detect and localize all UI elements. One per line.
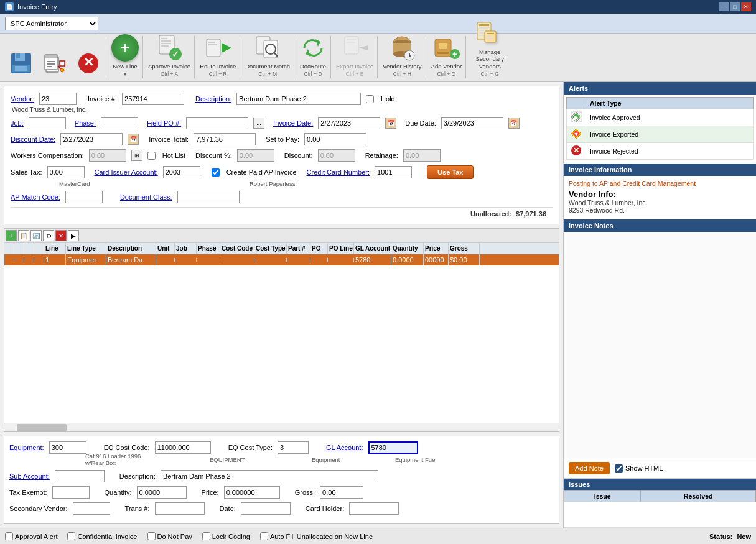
approve-invoice-button[interactable]: ✓ Approve Invoice Ctrl + A bbox=[146, 36, 193, 78]
discount-date-calendar[interactable]: 📅 bbox=[128, 134, 139, 145]
due-date-calendar[interactable]: 📅 bbox=[508, 118, 520, 129]
description-label[interactable]: Description: bbox=[195, 95, 231, 103]
job-label[interactable]: Job: bbox=[11, 119, 24, 127]
save-icon bbox=[10, 52, 32, 75]
do-not-pay-checkbox[interactable] bbox=[147, 532, 156, 540]
user-dropdown[interactable]: SPC Administrator bbox=[5, 17, 98, 30]
svg-rect-17 bbox=[161, 38, 167, 39]
job-input[interactable] bbox=[29, 117, 66, 129]
invoice-notes-textarea[interactable] bbox=[564, 232, 756, 458]
discount-date-label[interactable]: Discount Date: bbox=[11, 136, 55, 143]
workers-comp-btn[interactable]: ⊞ bbox=[131, 150, 142, 161]
ap-match-label[interactable]: AP Match Code: bbox=[11, 193, 60, 201]
quantity-input[interactable] bbox=[137, 486, 187, 499]
auto-fill-checkbox[interactable] bbox=[260, 532, 268, 540]
grid-delete-btn[interactable]: ✕ bbox=[55, 230, 67, 241]
vendor-label[interactable]: Vendor: bbox=[11, 95, 34, 103]
ap-match-input[interactable] bbox=[65, 191, 103, 203]
docroute-button[interactable]: DocRoute Ctrl + D bbox=[297, 36, 329, 78]
maximize-button[interactable]: □ bbox=[730, 2, 740, 11]
grid-copy-btn[interactable]: 📋 bbox=[18, 230, 29, 241]
field-po-input[interactable] bbox=[186, 117, 248, 129]
invoice-date-calendar[interactable]: 📅 bbox=[385, 118, 396, 129]
save-button[interactable] bbox=[5, 36, 37, 78]
gl-account-input[interactable] bbox=[368, 441, 418, 454]
date-input[interactable] bbox=[241, 502, 291, 515]
issues-empty-row bbox=[564, 502, 756, 528]
field-po-browse[interactable]: ... bbox=[253, 118, 264, 129]
vendor-history-button[interactable]: Vendor History Ctrl + H bbox=[380, 36, 424, 78]
sub-account-input[interactable] bbox=[55, 470, 105, 482]
close-button[interactable]: ✕ bbox=[741, 2, 751, 11]
grid-add-btn[interactable]: + bbox=[6, 230, 17, 241]
document-match-button[interactable]: Document Match Ctrl + M bbox=[243, 36, 292, 78]
svg-rect-19 bbox=[161, 43, 171, 44]
card-holder-input[interactable] bbox=[349, 502, 399, 515]
discount-date-input[interactable] bbox=[60, 133, 123, 145]
credit-card-label[interactable]: Credit Card Number: bbox=[307, 168, 370, 176]
eq-cost-type-input[interactable] bbox=[278, 441, 309, 454]
hold-checkbox[interactable] bbox=[366, 95, 374, 103]
due-date-input[interactable] bbox=[441, 117, 503, 129]
lock-coding-checkbox[interactable] bbox=[202, 532, 210, 540]
doc-class-input[interactable] bbox=[177, 191, 240, 203]
card-issuer-label[interactable]: Card Issuer Account: bbox=[95, 168, 158, 176]
create-paid-ap-checkbox[interactable] bbox=[212, 168, 220, 177]
card-issuer-input[interactable] bbox=[163, 166, 200, 178]
hot-list-checkbox[interactable] bbox=[147, 152, 156, 160]
grid-data-row[interactable]: 1 Equipmer Bertram Da 5780 0.0000 00000 … bbox=[4, 254, 559, 265]
sub-account-label[interactable]: Sub Account: bbox=[9, 473, 50, 480]
phase-label[interactable]: Phase: bbox=[75, 119, 96, 127]
workers-comp-input[interactable] bbox=[89, 149, 126, 162]
discount-pct-input[interactable] bbox=[237, 149, 274, 162]
vendor-input[interactable] bbox=[39, 93, 77, 105]
add-note-button[interactable]: Add Note bbox=[569, 462, 610, 474]
delete-button[interactable]: ✕ bbox=[72, 36, 105, 78]
confidential-checkbox[interactable] bbox=[67, 532, 75, 540]
manage-secondary-button[interactable]: Manage Secondary Vendors Ctrl + G bbox=[469, 36, 511, 78]
gl-account-label[interactable]: GL Account: bbox=[326, 444, 363, 451]
secondary-vendor-input[interactable] bbox=[73, 502, 110, 515]
add-vendor-button[interactable]: + Add Vendor Ctrl + O bbox=[429, 36, 465, 78]
field-po-label[interactable]: Field PO #: bbox=[147, 119, 181, 127]
scrollbar-thumb[interactable] bbox=[17, 424, 67, 431]
detail-description-input[interactable] bbox=[161, 470, 378, 482]
description-input[interactable] bbox=[236, 93, 361, 105]
grid-settings-btn[interactable]: ⚙ bbox=[43, 230, 54, 241]
export-invoice-button[interactable]: Export Invoice Ctrl + E bbox=[334, 36, 376, 78]
alert-row-exported: ▼ Invoice Exported bbox=[567, 126, 754, 143]
row-price: 00000 bbox=[424, 254, 449, 265]
show-html-checkbox[interactable] bbox=[615, 464, 623, 473]
trans-input[interactable] bbox=[155, 502, 205, 515]
horizontal-scrollbar[interactable] bbox=[4, 423, 559, 431]
equipment-label[interactable]: Equipment: bbox=[9, 444, 44, 451]
show-html-label: Show HTML bbox=[615, 464, 663, 473]
svg-rect-7 bbox=[45, 55, 57, 58]
invoice-date-input[interactable] bbox=[318, 117, 380, 129]
doc-class-label[interactable]: Document Class: bbox=[120, 193, 172, 201]
set-to-pay-input[interactable] bbox=[304, 133, 366, 145]
phase-input[interactable] bbox=[101, 117, 138, 129]
invoice-info-header: Invoice Information bbox=[564, 164, 756, 176]
invoice-total-input[interactable] bbox=[194, 133, 256, 145]
credit-card-input[interactable] bbox=[375, 166, 412, 178]
retainage-input[interactable] bbox=[403, 149, 441, 162]
sales-tax-input[interactable] bbox=[47, 166, 85, 178]
approval-alert-checkbox[interactable] bbox=[5, 532, 13, 540]
copy-button[interactable] bbox=[39, 36, 71, 78]
tax-exempt-input[interactable] bbox=[52, 486, 90, 499]
route-invoice-button[interactable]: Route Invoice Ctrl + R bbox=[197, 36, 238, 78]
eq-cost-code-input[interactable] bbox=[155, 441, 211, 454]
grid-nav-btn[interactable]: ▶ bbox=[68, 230, 79, 241]
gross-input[interactable] bbox=[320, 486, 363, 499]
new-line-button[interactable]: + New Line ▼ bbox=[109, 36, 141, 78]
eq-cost-type-desc: Equipment bbox=[312, 456, 355, 463]
equipment-input[interactable] bbox=[49, 441, 86, 454]
invoice-date-label[interactable]: Invoice Date: bbox=[273, 119, 313, 127]
minimize-button[interactable]: ─ bbox=[719, 2, 729, 11]
grid-refresh-btn[interactable]: 🔄 bbox=[30, 230, 42, 241]
use-tax-button[interactable]: Use Tax bbox=[427, 165, 474, 179]
discount-input[interactable] bbox=[318, 149, 355, 162]
invoice-num-input[interactable] bbox=[122, 93, 184, 105]
price-input[interactable] bbox=[224, 486, 280, 499]
